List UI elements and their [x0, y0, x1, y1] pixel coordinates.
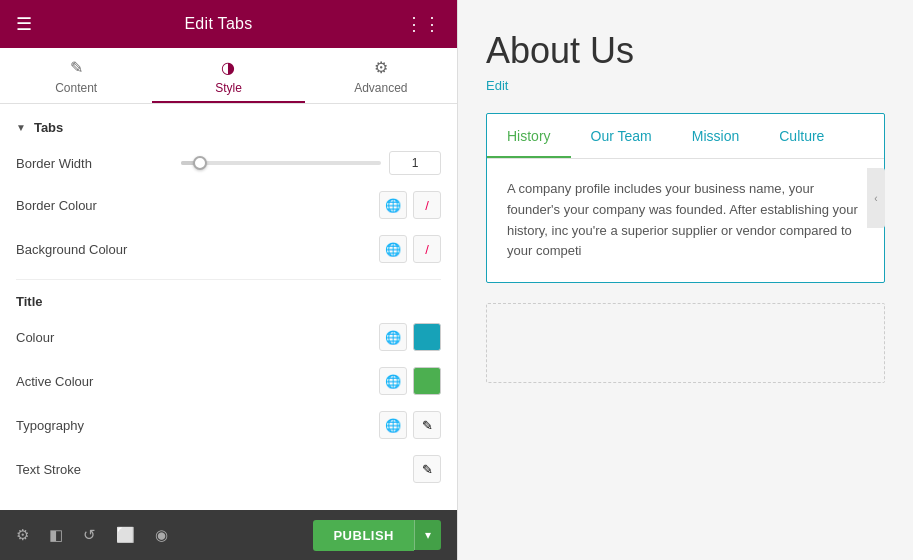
background-colour-clear-btn[interactable]: /: [413, 235, 441, 263]
tabs-section-header[interactable]: ▼ Tabs: [16, 120, 441, 135]
border-width-row: Border Width: [16, 151, 441, 175]
tabs-section-label: Tabs: [34, 120, 63, 135]
content-icon: ✎: [70, 58, 83, 77]
bottom-toolbar: ⚙ ◧ ↺ ⬜ ◉ PUBLISH ▾: [0, 510, 457, 560]
publish-button[interactable]: PUBLISH: [313, 520, 414, 551]
colour-controls: 🌐: [379, 323, 441, 351]
active-colour-swatch[interactable]: [413, 367, 441, 395]
text-stroke-row: Text Stroke ✎: [16, 455, 441, 483]
border-colour-controls: 🌐 /: [379, 191, 441, 219]
background-colour-controls: 🌐 /: [379, 235, 441, 263]
tab-content-label: Content: [55, 81, 97, 95]
panel-title: Edit Tabs: [184, 15, 252, 33]
tab-style[interactable]: ◑ Style: [152, 48, 304, 103]
tabs-widget-content: A company profile includes your business…: [487, 159, 884, 282]
style-icon: ◑: [221, 58, 235, 77]
border-colour-row: Border Colour 🌐 /: [16, 191, 441, 219]
colour-global-btn[interactable]: 🌐: [379, 323, 407, 351]
border-colour-clear-btn[interactable]: /: [413, 191, 441, 219]
border-width-controls: [92, 151, 441, 175]
typography-controls: 🌐 ✎: [379, 411, 441, 439]
colour-row: Colour 🌐: [16, 323, 441, 351]
toolbar-icons: ⚙ ◧ ↺ ⬜ ◉: [16, 526, 168, 544]
history-icon[interactable]: ↺: [83, 526, 96, 544]
grid-icon[interactable]: ⋮⋮: [405, 13, 441, 35]
active-colour-row: Active Colour 🌐: [16, 367, 441, 395]
edit-link[interactable]: Edit: [486, 78, 885, 93]
collapse-button[interactable]: ‹: [867, 168, 885, 228]
tab-advanced-label: Advanced: [354, 81, 407, 95]
panel-content: ▼ Tabs Border Width Border Colour 🌐 /: [0, 104, 457, 510]
section-arrow-icon: ▼: [16, 122, 26, 133]
left-panel: ☰ Edit Tabs ⋮⋮ ✎ Content ◑ Style ⚙ Advan…: [0, 0, 458, 560]
colour-label: Colour: [16, 330, 54, 345]
tab-style-label: Style: [215, 81, 242, 95]
active-colour-global-btn[interactable]: 🌐: [379, 367, 407, 395]
background-colour-row: Background Colour 🌐 /: [16, 235, 441, 263]
right-panel: About Us Edit History Our Team Mission C…: [458, 0, 913, 560]
text-stroke-controls: ✎: [413, 455, 441, 483]
typography-row: Typography 🌐 ✎: [16, 411, 441, 439]
text-stroke-label: Text Stroke: [16, 462, 81, 477]
typography-global-btn[interactable]: 🌐: [379, 411, 407, 439]
typography-label: Typography: [16, 418, 84, 433]
active-colour-label: Active Colour: [16, 374, 93, 389]
border-width-label: Border Width: [16, 156, 92, 171]
tabs-content-text: A company profile includes your business…: [507, 181, 858, 258]
colour-swatch[interactable]: [413, 323, 441, 351]
border-colour-global-btn[interactable]: 🌐: [379, 191, 407, 219]
empty-widget: [486, 303, 885, 383]
panel-tabs-nav: ✎ Content ◑ Style ⚙ Advanced: [0, 48, 457, 104]
settings-icon[interactable]: ⚙: [16, 526, 29, 544]
publish-group: PUBLISH ▾: [313, 520, 441, 551]
active-colour-controls: 🌐: [379, 367, 441, 395]
tab-history[interactable]: History: [487, 114, 571, 158]
tabs-widget: History Our Team Mission Culture A compa…: [486, 113, 885, 283]
text-stroke-edit-btn[interactable]: ✎: [413, 455, 441, 483]
responsive-icon[interactable]: ⬜: [116, 526, 135, 544]
tab-advanced[interactable]: ⚙ Advanced: [305, 48, 457, 103]
background-colour-label: Background Colour: [16, 242, 127, 257]
hamburger-icon[interactable]: ☰: [16, 13, 32, 35]
divider: [16, 279, 441, 280]
tabs-widget-header: History Our Team Mission Culture: [487, 114, 884, 159]
tab-our-team[interactable]: Our Team: [571, 114, 672, 158]
advanced-icon: ⚙: [374, 58, 388, 77]
typography-edit-btn[interactable]: ✎: [413, 411, 441, 439]
tab-culture[interactable]: Culture: [759, 114, 844, 158]
border-width-slider[interactable]: [181, 161, 381, 165]
tab-mission[interactable]: Mission: [672, 114, 759, 158]
background-colour-global-btn[interactable]: 🌐: [379, 235, 407, 263]
title-section-label: Title: [16, 294, 441, 309]
page-title: About Us: [486, 30, 885, 72]
border-width-input[interactable]: [389, 151, 441, 175]
panel-header: ☰ Edit Tabs ⋮⋮: [0, 0, 457, 48]
slider-thumb[interactable]: [193, 156, 207, 170]
tab-content[interactable]: ✎ Content: [0, 48, 152, 103]
layers-icon[interactable]: ◧: [49, 526, 63, 544]
preview-icon[interactable]: ◉: [155, 526, 168, 544]
publish-dropdown-button[interactable]: ▾: [414, 520, 441, 550]
border-colour-label: Border Colour: [16, 198, 97, 213]
